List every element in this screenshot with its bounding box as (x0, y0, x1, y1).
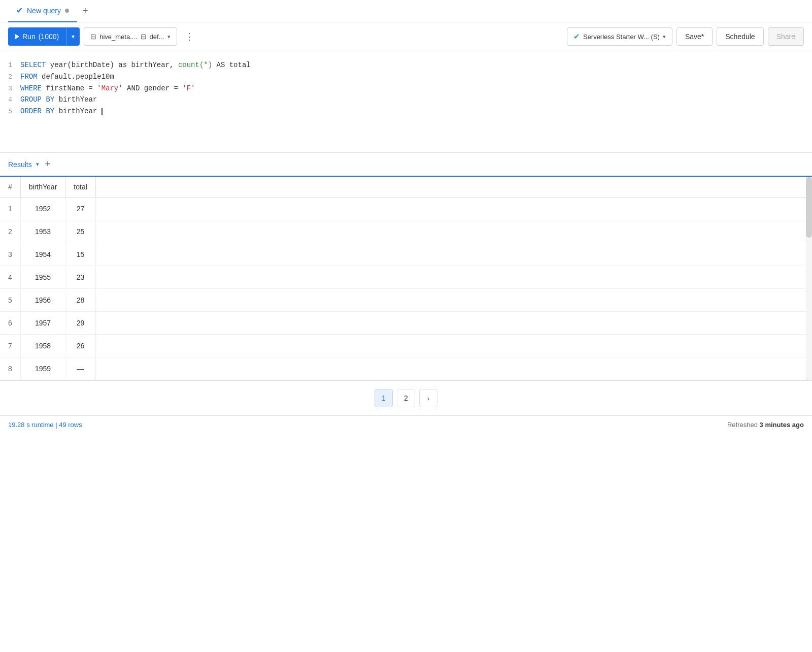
toolbar: Run (1000) ▾ ⊟ hive_meta.... ⊟ def... ▾ … (0, 22, 812, 51)
line-num-5: 5 (0, 107, 20, 117)
cell-birthyear: 1952 (20, 198, 65, 220)
editor-cursor (101, 108, 103, 115)
more-options-button[interactable]: ⋮ (181, 28, 197, 45)
refresh-status: Refreshed 3 minutes ago (727, 421, 804, 429)
cell-total: 15 (65, 243, 95, 266)
results-table-wrapper: # birthYear total 1 1952 27 2 1953 25 3 … (0, 177, 812, 380)
cell-birthyear: 1958 (20, 335, 65, 357)
cell-total: 27 (65, 198, 95, 220)
line-content-5: ORDER BY birthYear (20, 106, 812, 117)
line-content-3: WHERE firstName = 'Mary' AND gender = 'F… (20, 83, 812, 94)
db-source-icon: ⊟ (90, 32, 96, 41)
code-line-4: 4 GROUP BY birthYear (0, 94, 812, 106)
line-num-4: 4 (0, 95, 20, 106)
cell-num: 1 (0, 198, 20, 220)
cell-birthyear: 1955 (20, 266, 65, 289)
cell-total: 25 (65, 220, 95, 243)
line-content-1: SELECT year(birthDate) as birthYear, cou… (20, 59, 812, 71)
code-line-2: 2 FROM default.people10m (0, 71, 812, 83)
run-triangle-icon (15, 34, 19, 39)
table-body: 1 1952 27 2 1953 25 3 1954 15 4 1955 23 … (0, 198, 812, 380)
code-editor[interactable]: 1 SELECT year(birthDate) as birthYear, c… (0, 51, 812, 153)
cell-empty (95, 243, 812, 266)
runtime-status: 19.28 s runtime | 49 rows (8, 421, 82, 429)
cell-num: 8 (0, 357, 20, 380)
code-line-1: 1 SELECT year(birthDate) as birthYear, c… (0, 59, 812, 71)
cell-num: 4 (0, 266, 20, 289)
kw-order-by: ORDER BY (20, 107, 54, 115)
col-header-birthyear: birthYear (20, 177, 65, 198)
line-content-2: FROM default.people10m (20, 71, 812, 82)
tab-bar: ✔ New query + (0, 0, 812, 22)
results-tab-label[interactable]: Results (8, 160, 32, 169)
table-row: 6 1957 29 (0, 312, 812, 335)
run-label: Run (22, 32, 36, 41)
str-mary: 'Mary' (97, 84, 122, 92)
cell-empty (95, 289, 812, 312)
run-count: (1000) (39, 32, 59, 41)
table-row: 2 1953 25 (0, 220, 812, 243)
db-schema-icon: ⊟ (141, 32, 147, 41)
table-row: 1 1952 27 (0, 198, 812, 220)
kw-group-by: GROUP BY (20, 95, 54, 104)
cell-empty (95, 357, 812, 380)
line-content-4: GROUP BY birthYear (20, 94, 812, 105)
page-next-button[interactable]: › (419, 389, 437, 407)
cell-empty (95, 220, 812, 243)
run-main[interactable]: Run (1000) (8, 27, 66, 46)
server-check-icon: ✔ (573, 32, 580, 41)
table-row: 3 1954 15 (0, 243, 812, 266)
cell-total: — (65, 357, 95, 380)
run-dropdown-arrow[interactable]: ▾ (66, 27, 80, 46)
fn-count: count(*) (178, 61, 212, 69)
pagination: 1 2 › (0, 380, 812, 415)
results-add-button[interactable]: + (45, 159, 51, 170)
db-schema-label: def... (150, 33, 164, 41)
query-tab[interactable]: ✔ New query (8, 0, 77, 22)
col-header-num: # (0, 177, 20, 198)
cell-birthyear: 1959 (20, 357, 65, 380)
page-2-button[interactable]: 2 (397, 389, 415, 407)
db-source-dropdown[interactable]: ⊟ hive_meta.... ⊟ def... ▾ (84, 27, 177, 46)
tab-check-icon: ✔ (16, 6, 23, 15)
refreshed-label: Refreshed (727, 421, 760, 429)
server-label: Serverless Starter W... (S) (583, 33, 660, 41)
share-button[interactable]: Share (768, 27, 804, 46)
time-ago: 3 minutes ago (760, 421, 804, 429)
scrollbar-track[interactable] (806, 177, 812, 380)
page-1-button[interactable]: 1 (375, 389, 393, 407)
cell-birthyear: 1957 (20, 312, 65, 335)
code-line-3: 3 WHERE firstName = 'Mary' AND gender = … (0, 83, 812, 94)
kw-from: FROM (20, 73, 38, 81)
cell-total: 23 (65, 266, 95, 289)
line-num-3: 3 (0, 84, 20, 94)
run-button[interactable]: Run (1000) ▾ (8, 27, 80, 46)
col-header-total: total (65, 177, 95, 198)
new-tab-button[interactable]: + (77, 3, 93, 19)
cell-num: 6 (0, 312, 20, 335)
cell-empty (95, 312, 812, 335)
kw-select: SELECT (20, 61, 46, 69)
scrollbar-thumb[interactable] (806, 177, 812, 238)
cell-total: 28 (65, 289, 95, 312)
tab-label: New query (27, 7, 61, 15)
cell-total: 26 (65, 335, 95, 357)
str-f: 'F' (182, 84, 195, 92)
cell-num: 2 (0, 220, 20, 243)
table-header-row: # birthYear total (0, 177, 812, 198)
cell-empty (95, 198, 812, 220)
cell-total: 29 (65, 312, 95, 335)
cell-num: 5 (0, 289, 20, 312)
col-header-empty (95, 177, 812, 198)
schedule-button[interactable]: Schedule (717, 27, 763, 46)
cell-empty (95, 266, 812, 289)
cell-num: 7 (0, 335, 20, 357)
results-table: # birthYear total 1 1952 27 2 1953 25 3 … (0, 177, 812, 380)
line-num-1: 1 (0, 60, 20, 71)
status-bar: 19.28 s runtime | 49 rows Refreshed 3 mi… (0, 415, 812, 434)
cell-birthyear: 1953 (20, 220, 65, 243)
table-row: 7 1958 26 (0, 335, 812, 357)
results-chevron-icon[interactable]: ▾ (36, 161, 39, 168)
server-selector[interactable]: ✔ Serverless Starter W... (S) ▾ (567, 27, 672, 46)
save-button[interactable]: Save* (676, 27, 713, 46)
